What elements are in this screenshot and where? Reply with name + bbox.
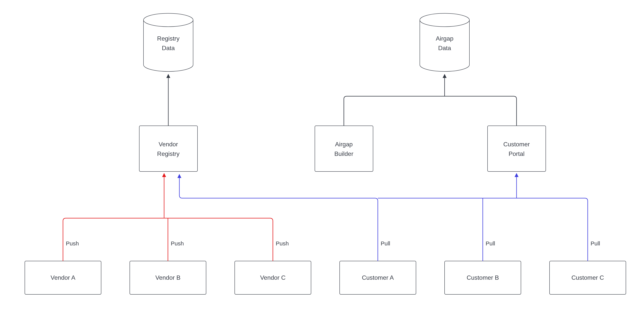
pull-c-label: Pull [590,240,600,247]
vendor-a-label: Vendor A [50,274,76,281]
airgap-data-label-2: Data [438,45,451,51]
customer-portal-label-2: Portal [508,150,524,157]
vendor-b-label: Vendor B [155,274,180,281]
pull-b-label: Pull [486,240,495,247]
registry-data-label-1: Registry [157,35,179,42]
customer-portal-label-1: Customer [503,141,530,148]
push-a-label: Push [66,240,79,247]
node-airgap-builder: Airgap Builder [315,126,373,171]
vendor-registry-label-2: Registry [157,150,179,157]
svg-rect-2 [488,126,546,171]
airgap-builder-label-1: Airgap [335,141,353,148]
node-customer-c: Customer C [550,261,626,294]
edge-pull-to-vendor-registry [179,174,378,261]
node-vendor-c: Vendor C [235,261,311,294]
customer-c-label: Customer C [572,274,604,281]
vendor-registry-label-1: Vendor [158,141,178,148]
node-customer-portal: Customer Portal [488,126,546,171]
node-vendor-registry: Vendor Registry [139,126,198,171]
pull-a-label: Pull [381,240,390,247]
svg-rect-0 [139,126,198,171]
architecture-diagram: Registry Data Airgap Data Vendor Registr… [0,0,644,314]
customer-b-label: Customer B [467,274,499,281]
push-c-label: Push [276,240,289,247]
svg-rect-1 [315,126,373,171]
vendor-c-label: Vendor C [260,274,286,281]
node-customer-b: Customer B [444,261,521,294]
airgap-builder-label-2: Builder [334,150,354,157]
edge-builder-portal-horizontal [344,96,516,126]
node-airgap-data: Airgap Data [420,13,470,71]
push-b-label: Push [171,240,184,247]
node-vendor-b: Vendor B [130,261,206,294]
airgap-data-label-1: Airgap [436,35,454,42]
registry-data-label-2: Data [162,45,175,51]
node-customer-a: Customer A [340,261,416,294]
node-registry-data: Registry Data [144,13,193,71]
customer-a-label: Customer A [362,274,394,281]
node-vendor-a: Vendor A [25,261,101,294]
